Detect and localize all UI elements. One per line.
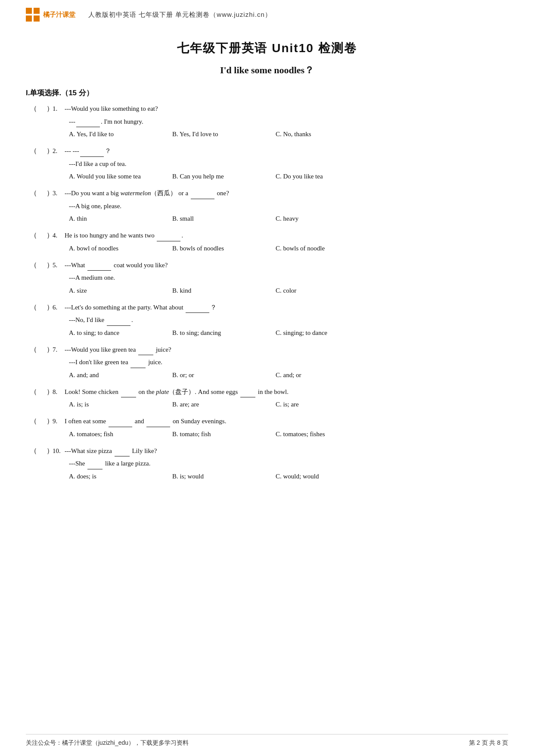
q8-text: Look! Some chicken on the plate（盘子）. And… xyxy=(65,387,508,398)
q3-option-a: A. thin xyxy=(69,213,155,224)
q4-option-b: B. bowls of noodles xyxy=(172,243,258,253)
q6-response: ---No, I'd like . xyxy=(69,315,508,326)
q8-options: A. is; is B. are; are C. is; are xyxy=(69,399,508,409)
q6-text: ---Let's do something at the party. What… xyxy=(65,302,508,313)
q7-text: ---Would you like green tea juice? xyxy=(65,344,508,356)
logo-text: 橘子汁课堂 xyxy=(43,9,75,20)
q7-option-b: B. or; or xyxy=(172,370,258,380)
q4-answer-blank xyxy=(36,230,47,241)
question-2: （ ） 2. --- ---？ ---I'd like a cup of tea… xyxy=(30,145,508,181)
q6-bracket-left: （ xyxy=(30,302,36,313)
q1-options: A. Yes, I'd like to B. Yes, I'd love to … xyxy=(69,129,508,139)
q4-number: 4. xyxy=(53,230,65,241)
q5-answer-blank xyxy=(36,259,47,271)
q3-bracket-right: ） xyxy=(47,187,53,199)
subtitle: I'd like some noodles？ xyxy=(26,62,508,78)
svg-rect-2 xyxy=(26,16,32,22)
q9-row: （ ） 9. I often eat some and on Sunday ev… xyxy=(30,415,508,427)
main-title: 七年级下册英语 Unit10 检测卷 xyxy=(26,39,508,58)
q10-bracket-left: （ xyxy=(30,445,36,456)
q7-number: 7. xyxy=(53,344,65,355)
q10-response: ---She like a large pizza. xyxy=(69,458,508,469)
q6-bracket-right: ） xyxy=(47,302,53,313)
q10-answer-blank xyxy=(36,445,47,456)
svg-rect-1 xyxy=(34,8,40,14)
q1-number: 1. xyxy=(53,103,65,114)
question-9: （ ） 9. I often eat some and on Sunday ev… xyxy=(30,415,508,439)
q6-row: （ ） 6. ---Let's do something at the part… xyxy=(30,302,508,313)
q5-response: ---A medium one. xyxy=(69,272,508,284)
q9-option-b: B. tomato; fish xyxy=(172,429,258,439)
question-7: （ ） 7. ---Would you like green tea juice… xyxy=(30,344,508,380)
question-6: （ ） 6. ---Let's do something at the part… xyxy=(30,302,508,338)
q2-number: 2. xyxy=(53,146,65,156)
q7-answer-blank xyxy=(36,344,47,355)
q6-option-a: A. to sing; to dance xyxy=(69,328,155,338)
header-title: 人教版初中英语 七年级下册 单元检测卷（www.juzizhi.cn） xyxy=(88,9,272,20)
q3-answer-blank xyxy=(36,187,47,199)
q8-bracket-left: （ xyxy=(30,386,36,397)
question-1: （ ） 1. ---Would you like something to ea… xyxy=(30,103,508,139)
q7-options: A. and; and B. or; or C. and; or xyxy=(69,370,508,380)
q6-option-c: C. singing; to dance xyxy=(276,328,362,338)
q4-row: （ ） 4. He is too hungry and he wants two… xyxy=(30,230,508,241)
q8-answer-blank xyxy=(36,386,47,397)
q7-option-c: C. and; or xyxy=(276,370,362,380)
q4-options: A. bowl of noodles B. bowls of noodles C… xyxy=(69,243,508,253)
q4-option-c: C. bowls of noodle xyxy=(276,243,362,253)
q8-row: （ ） 8. Look! Some chicken on the plate（盘… xyxy=(30,386,508,398)
q3-row: （ ） 3. ---Do you want a big watermelon（西… xyxy=(30,187,508,199)
q5-bracket-right: ） xyxy=(47,259,53,271)
q8-number: 8. xyxy=(53,387,65,397)
q5-option-a: A. size xyxy=(69,285,155,296)
q5-option-c: C. color xyxy=(276,285,362,296)
q5-option-b: B. kind xyxy=(172,285,258,296)
question-10: （ ） 10. ---What size pizza Lily like? --… xyxy=(30,445,508,481)
q9-answer-blank xyxy=(36,415,47,427)
q3-number: 3. xyxy=(53,188,65,198)
q10-options: A. does; is B. is; would C. would; would xyxy=(69,471,508,481)
q2-bracket-right: ） xyxy=(47,145,53,156)
q5-number: 5. xyxy=(53,260,65,270)
q4-option-a: A. bowl of noodles xyxy=(69,243,155,253)
q9-options: A. tomatoes; fish B. tomato; fish C. tom… xyxy=(69,429,508,439)
q7-response: ---I don't like green tea juice. xyxy=(69,357,508,368)
q10-text: ---What size pizza Lily like? xyxy=(65,446,508,457)
q2-row: （ ） 2. --- ---？ xyxy=(30,145,508,157)
q3-text: ---Do you want a big watermelon（西瓜） or a… xyxy=(65,188,508,199)
q8-option-a: A. is; is xyxy=(69,399,155,409)
q2-text: --- ---？ xyxy=(65,146,508,157)
page: 橘子汁课堂 人教版初中英语 七年级下册 单元检测卷（www.juzizhi.cn… xyxy=(0,0,534,756)
q1-row: （ ） 1. ---Would you like something to ea… xyxy=(30,103,508,115)
section1: I.单项选择.（15 分） （ ） 1. ---Would you like s… xyxy=(26,87,508,481)
q9-bracket-right: ） xyxy=(47,415,53,427)
q1-option-b: B. Yes, I'd love to xyxy=(172,129,258,139)
q10-option-a: A. does; is xyxy=(69,471,155,481)
q1-bracket-left: （ xyxy=(30,103,36,114)
footer-right: 第 2 页 共 8 页 xyxy=(469,738,508,747)
q5-text: ---What coat would you like? xyxy=(65,260,508,271)
q9-bracket-left: （ xyxy=(30,415,36,427)
q1-option-c: C. No, thanks xyxy=(276,129,362,139)
q6-number: 6. xyxy=(53,302,65,312)
q1-response: ---. I'm not hungry. xyxy=(69,116,508,128)
q3-option-c: C. heavy xyxy=(276,213,362,224)
q5-bracket-left: （ xyxy=(30,259,36,271)
q9-text: I often eat some and on Sunday evenings. xyxy=(65,416,508,427)
q4-bracket-right: ） xyxy=(47,230,53,241)
q2-response: ---I'd like a cup of tea. xyxy=(69,159,508,170)
q6-answer-blank xyxy=(36,302,47,313)
q4-bracket-left: （ xyxy=(30,230,36,241)
q2-option-a: A. Would you like some tea xyxy=(69,171,155,181)
main-title-block: 七年级下册英语 Unit10 检测卷 xyxy=(26,39,508,58)
q10-option-b: B. is; would xyxy=(172,471,258,481)
q5-options: A. size B. kind C. color xyxy=(69,285,508,296)
subtitle-block: I'd like some noodles？ xyxy=(26,62,508,78)
q3-response: ---A big one, please. xyxy=(69,201,508,212)
q2-option-c: C. Do you like tea xyxy=(276,171,362,181)
page-footer: 关注公众号：橘子汁课堂（juzizhi_edu），下载更多学习资料 第 2 页 … xyxy=(26,734,508,747)
q10-number: 10. xyxy=(53,446,65,456)
q7-bracket-left: （ xyxy=(30,344,36,355)
q2-bracket-left: （ xyxy=(30,145,36,156)
q9-option-c: C. tomatoes; fishes xyxy=(276,429,362,439)
